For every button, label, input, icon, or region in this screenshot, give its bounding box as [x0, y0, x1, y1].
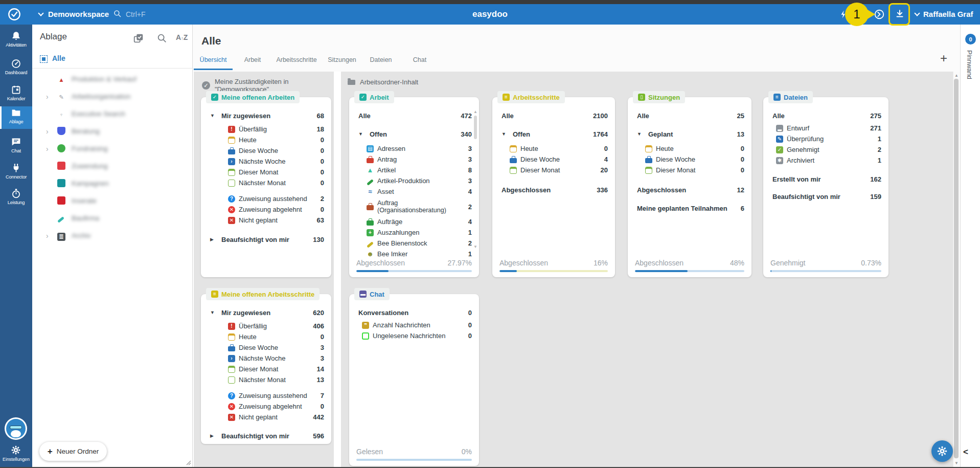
user-menu-chevron-icon[interactable] [914, 10, 920, 16]
row-Nächster Monat[interactable]: Nächster Monat13 [209, 374, 324, 385]
card-scrollbar-thumb[interactable] [474, 116, 477, 139]
folder-all-item[interactable]: Alle [52, 54, 65, 62]
row-Artikel-Produktion[interactable]: Artikel-Produktion3 [357, 175, 472, 186]
row-Zuweisung ausstehend[interactable]: ?Zuweisung ausstehend2 [209, 193, 324, 204]
tab-arbeit[interactable]: Arbeit [244, 56, 261, 63]
row-Auftrag[interactable]: Auftrag(Organisationsberatung)2 [357, 197, 472, 216]
row-Nächster Monat[interactable]: Nächster Monat0 [209, 177, 324, 188]
main-scrollbar-thumb[interactable] [954, 79, 959, 458]
row-Dieser Monat[interactable]: Dieser Monat20 [500, 165, 608, 175]
collapse-triangle-icon[interactable]: ▼ [358, 131, 364, 137]
row-Abgeschlossen[interactable]: Abgeschlossen336 [500, 184, 608, 196]
panel-resize-handle[interactable] [184, 458, 191, 465]
scroll-up-icon[interactable]: ▲ [954, 73, 959, 78]
folder-tree-item[interactable]: ›≣Archiv [32, 228, 192, 243]
row-Abgeschlossen[interactable]: Abgeschlossen12 [636, 184, 744, 196]
expand-triangle-icon[interactable]: ▶ [210, 237, 216, 242]
workspace-chevron-icon[interactable] [38, 10, 43, 16]
tab-dateien[interactable]: Dateien [370, 56, 392, 63]
collapse-triangle-icon[interactable]: ▼ [210, 113, 216, 118]
new-folder-button[interactable]: + Neuer Ordner [39, 442, 107, 461]
tab-arbeitsschritte[interactable]: Arbeitsschritte [276, 56, 316, 63]
tab-chat[interactable]: Chat [413, 56, 426, 63]
card-scroll-up-icon[interactable]: ▲ [473, 109, 477, 114]
row-Entwurf[interactable]: ▂Entwurf271 [771, 123, 881, 133]
row-Asset[interactable]: ≈Asset4 [357, 186, 472, 197]
tab-übersicht[interactable]: Übersicht [200, 56, 227, 63]
row-Ungelesene Nachrichten[interactable]: Ungelesene Nachrichten0 [357, 330, 472, 341]
row-Dieser Monat[interactable]: Dieser Monat14 [209, 364, 324, 374]
row-Bee Imker[interactable]: ☻Bee Imker1 [357, 249, 472, 259]
scroll-down-icon[interactable]: ▼ [954, 461, 959, 465]
row-Zuweisung abgelehnt[interactable]: ✕Zuweisung abgelehnt0 [209, 204, 324, 215]
row-Antrag[interactable]: Antrag3 [357, 154, 472, 165]
row-Alle[interactable]: Alle25 [636, 109, 744, 122]
sidebar-item-leistung[interactable]: Leistung [0, 187, 32, 210]
row-Genehmigt[interactable]: ✓Genehmigt2 [771, 144, 881, 155]
search-shortcut-hint[interactable]: Ctrl+F [126, 10, 146, 18]
row-Zuweisung ausstehend[interactable]: ?Zuweisung ausstehend7 [209, 390, 324, 401]
row-Beaufsichtigt von mir[interactable]: Beaufsichtigt von mir159 [771, 190, 881, 203]
row-Adressen[interactable]: ▤Adressen3 [357, 143, 472, 154]
avatar[interactable] [5, 417, 27, 440]
row-Dieser Monat[interactable]: Dieser Monat0 [636, 165, 744, 175]
card-scroll-down-icon[interactable]: ▼ [473, 244, 477, 249]
row-Zuweisung abgelehnt[interactable]: ✕Zuweisung abgelehnt0 [209, 401, 324, 412]
row-Überfällig[interactable]: !Überfällig406 [209, 321, 324, 331]
sidebar-item-ablage[interactable]: Ablage [0, 106, 32, 129]
settings-fab[interactable] [931, 440, 953, 462]
folder-tree-item[interactable]: ▲Produktion & Verkauf [32, 72, 192, 87]
row-Heute[interactable]: Heute0 [500, 143, 608, 154]
row-Heute[interactable]: Heute0 [209, 331, 324, 342]
row-Dieser Monat[interactable]: Dieser Monat0 [209, 167, 324, 177]
folder-tree-item[interactable]: Kampagnen [32, 176, 192, 191]
row-Heute[interactable]: Heute0 [636, 143, 744, 154]
row-Archiviert[interactable]: ✱Archiviert1 [771, 155, 881, 166]
sidebar-item-kalender[interactable]: Kalender [0, 83, 32, 106]
row-Diese Woche[interactable]: Diese Woche3 [209, 342, 324, 353]
expand-chevron-icon[interactable]: › [46, 232, 49, 240]
row-Meine geplanten Teilnahmen[interactable]: Meine geplanten Teilnahmen6 [636, 202, 744, 214]
collapse-triangle-icon[interactable]: ▼ [210, 310, 216, 315]
row-Anzahl Nachrichten[interactable]: ❞Anzahl Nachrichten0 [357, 320, 472, 330]
collapse-triangle-icon[interactable]: ▼ [637, 131, 643, 137]
search-icon[interactable] [113, 10, 122, 18]
settings-gear-icon[interactable] [11, 445, 21, 455]
settings-label[interactable]: Einstellungen [0, 457, 32, 462]
row-Überfällig[interactable]: !Überfällig18 [209, 124, 324, 135]
row-Offen[interactable]: ▼Offen340 [357, 128, 472, 140]
multiselect-icon[interactable] [133, 33, 144, 44]
expand-chevron-icon[interactable]: › [46, 93, 49, 101]
row-Alle[interactable]: Alle2100 [500, 109, 608, 122]
row-Beaufsichtigt von mir[interactable]: ▶Beaufsichtigt von mir130 [209, 233, 324, 246]
folder-tree-item[interactable]: Baufirma [32, 211, 192, 226]
folder-tree-item[interactable]: ›✎Arbeitsorganisation [32, 89, 192, 104]
sidebar-item-dashboard[interactable]: Dashboard [0, 57, 32, 80]
row-Bee Bienenstock[interactable]: Bee Bienenstock2 [357, 238, 472, 249]
row-Aufträge[interactable]: Aufträge4 [357, 216, 472, 227]
easydoo-logo-icon[interactable] [7, 7, 21, 21]
folder-tree-item[interactable]: ›Beratung [32, 124, 192, 139]
pinnwand-expand-chevron-icon[interactable]: < [963, 447, 968, 457]
row-Diese Woche[interactable]: Diese Woche0 [636, 154, 744, 165]
row-Offen[interactable]: ▼Offen1764 [500, 128, 608, 140]
row-Nicht geplant[interactable]: ✕Nicht geplant442 [209, 412, 324, 422]
row-Alle[interactable]: Alle472 [357, 109, 472, 122]
row-Alle[interactable]: Alle275 [771, 109, 881, 122]
sidebar-item-chat[interactable]: Chat [0, 136, 32, 158]
row-Erstellt von mir[interactable]: Erstellt von mir162 [771, 173, 881, 185]
row-Nächste Woche[interactable]: ›Nächste Woche3 [209, 353, 324, 364]
row-Diese Woche[interactable]: Diese Woche0 [209, 145, 324, 156]
folder-tree-item[interactable]: Zuwendung [32, 159, 192, 174]
row-Mir zugewiesen[interactable]: ▼Mir zugewiesen68 [209, 109, 324, 122]
pinnwand-label[interactable]: Pinnwand [966, 50, 973, 79]
row-Nicht geplant[interactable]: ✕Nicht geplant63 [209, 215, 324, 226]
add-button[interactable]: + [940, 51, 947, 65]
folder-tree-item[interactable]: Inserate [32, 193, 192, 209]
row-Diese Woche[interactable]: Diese Woche4 [500, 154, 608, 165]
row-Überprüfung[interactable]: ✎Überprüfung1 [771, 133, 881, 144]
row-Nächste Woche[interactable]: ›Nächste Woche0 [209, 156, 324, 167]
folder-tree-item[interactable]: ›Fundraising [32, 141, 192, 157]
row-Heute[interactable]: Heute0 [209, 135, 324, 145]
sidebar-item-aktivitäten[interactable]: Aktivitäten [0, 30, 32, 52]
